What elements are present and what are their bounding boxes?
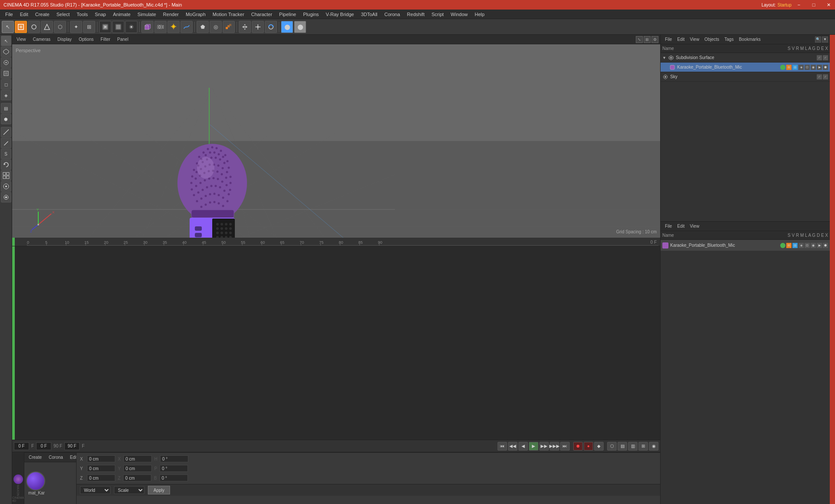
menu-tools[interactable]: Tools [73,11,91,18]
menu-edit[interactable]: Edit [17,11,32,18]
vp-maximize-button[interactable]: ⤡ [636,36,643,43]
mat-menu-create[interactable]: Create [26,454,44,461]
apply-button[interactable]: Apply [148,486,170,494]
toolbar-cube[interactable] [141,21,154,33]
attr-tag-2[interactable]: ▤ [792,243,798,248]
menu-window[interactable]: Window [447,11,471,18]
transport-keyframe[interactable]: ⬡ [607,442,617,451]
vp-menu-filter[interactable]: Filter [98,36,113,43]
menu-mograph[interactable]: MoGraph [182,11,209,18]
om-tag-1[interactable]: ⊞ [786,65,792,70]
material-thumbnail[interactable] [26,471,45,491]
menu-character[interactable]: Character [248,11,276,18]
transport-prev-step[interactable]: ◀ [518,442,528,451]
attr-item-row[interactable]: Karaoke_Portable_Bluetooth_Mic ⊞ ▤ ◈ ⊡ ◉… [661,240,830,251]
transport-play[interactable]: ▶ [529,442,538,451]
y-position-input[interactable]: 0 cm [87,465,115,472]
toolbar-model-mode[interactable] [15,21,27,33]
transport-current-frame[interactable] [36,442,51,450]
toolbar-rotate[interactable] [265,21,277,33]
left-tool-grid-tool[interactable] [1,170,11,181]
toolbar-color2[interactable]: ⬤ [294,21,306,33]
toolbar-spline[interactable] [180,21,193,33]
menu-animate[interactable]: Animate [110,11,134,18]
attr-tag-4[interactable]: ⊡ [805,243,810,248]
om-tag-6[interactable]: ▶ [817,65,822,70]
left-tool-polygon[interactable] [1,57,11,68]
transport-mode2[interactable]: ▥ [628,442,638,451]
attr-tag-1[interactable]: ⊞ [786,243,792,248]
om-sky-check1[interactable]: ✓ [817,74,822,80]
transport-go-end[interactable]: ⏭ [560,442,570,451]
menu-file[interactable]: File [2,11,17,18]
toolbar-camera[interactable] [154,21,167,33]
material-item[interactable]: mat_Kar [26,471,45,495]
left-tool-uv[interactable]: ◈ [1,90,11,100]
left-tool-point[interactable]: ◻ [1,79,11,90]
transport-go-start[interactable]: ⏮ [498,442,507,451]
vp-menu-view[interactable]: View [14,36,29,43]
close-button[interactable]: ✕ [822,0,835,10]
om-row-sky[interactable]: Sky ✓ ✓ [661,72,830,82]
toolbar-texture-mode[interactable] [41,21,53,33]
vp-settings-button[interactable]: ⚙ [651,36,658,43]
toolbar-generator[interactable]: ◎ [210,21,222,33]
left-tool-paint[interactable]: ▤ [1,103,11,113]
toolbar-deformer[interactable]: ⬟ [197,21,209,33]
om-tag-5[interactable]: ◉ [811,65,816,70]
transport-record[interactable]: ⏺ [573,442,583,451]
om-flag-check2[interactable]: ✓ [823,55,828,60]
toolbar-object-mode[interactable] [28,21,40,33]
toolbar-scale[interactable] [252,21,264,33]
menu-plugins[interactable]: Plugins [300,11,322,18]
om-menu-view[interactable]: View [687,36,702,43]
viewport-3d[interactable]: Perspective [12,44,660,238]
om-sky-check2[interactable]: ✓ [823,74,828,80]
minimize-button[interactable]: − [792,0,805,10]
om-flag-check1[interactable]: ✓ [817,55,822,60]
toolbar-color1[interactable]: ⬤ [281,21,293,33]
attr-menu-edit[interactable]: Edit [675,223,687,229]
vp-layout-button[interactable]: ⊞ [644,36,651,43]
menu-snap[interactable]: Snap [91,11,110,18]
transport-prev-frame[interactable]: ◀◀ [508,442,518,451]
om-menu-file[interactable]: File [662,36,675,43]
h-input[interactable]: 0 ° [160,455,188,462]
menu-create[interactable]: Create [32,11,53,18]
om-tag-4[interactable]: ⊡ [805,65,810,70]
left-tool-knife[interactable] [1,138,11,148]
z-rotation-input[interactable]: 0 cm [123,474,151,481]
left-tool-circle-tool[interactable] [1,181,11,192]
transport-next-step[interactable]: ▶▶ [539,442,549,451]
toolbar-mograph-cloner[interactable] [223,21,235,33]
transport-end-frame[interactable] [64,442,80,450]
toolbar-move[interactable] [239,21,251,33]
toolbar-render-active[interactable] [99,21,111,33]
om-menu-bookmarks[interactable]: Bookmarks [736,36,763,43]
vp-menu-cameras[interactable]: Cameras [30,36,53,43]
left-tool-edge[interactable] [1,68,11,79]
left-tool-mesh[interactable] [1,46,11,57]
scale-dropdown[interactable]: Scale [114,486,144,494]
attr-tag-5[interactable]: ◉ [811,243,816,248]
vp-menu-panel[interactable]: Panel [115,36,131,43]
x-position-input[interactable]: 0 cm [87,455,115,462]
attr-menu-file[interactable]: File [662,223,675,229]
om-tag-2[interactable]: ▤ [792,65,798,70]
b-input[interactable]: 0 ° [160,474,188,481]
left-tool-sculpt[interactable]: ⬢ [1,114,11,124]
menu-corona[interactable]: Corona [381,11,404,18]
toolbar-render-settings[interactable] [125,21,137,33]
transport-mode3[interactable]: ⊞ [638,442,648,451]
p-input[interactable]: 0 ° [160,465,188,472]
maximize-button[interactable]: □ [807,0,820,10]
om-icon-search[interactable]: 🔍 [815,36,821,43]
om-row-subdivision[interactable]: ▼ Subdivision Surface ✓ ✓ [661,53,830,63]
om-menu-edit[interactable]: Edit [675,36,687,43]
attr-tag-7[interactable]: ⬟ [823,243,828,248]
menu-help[interactable]: Help [471,11,488,18]
left-tool-last[interactable] [1,192,11,202]
attr-menu-view[interactable]: View [687,223,702,229]
toolbar-light[interactable] [167,21,180,33]
left-tool-line[interactable] [1,127,11,137]
